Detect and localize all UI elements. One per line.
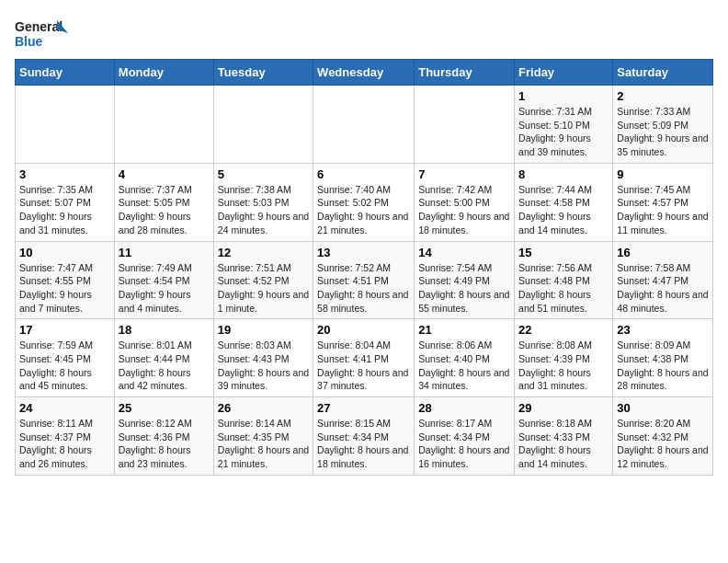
calendar-cell: 3Sunrise: 7:35 AM Sunset: 5:07 PM Daylig… bbox=[16, 163, 115, 241]
day-of-week-header: Monday bbox=[114, 60, 213, 86]
day-info: Sunrise: 8:15 AM Sunset: 4:34 PM Dayligh… bbox=[317, 417, 410, 471]
calendar-cell: 2Sunrise: 7:33 AM Sunset: 5:09 PM Daylig… bbox=[613, 86, 713, 164]
day-number: 29 bbox=[518, 401, 609, 415]
day-info: Sunrise: 8:11 AM Sunset: 4:37 PM Dayligh… bbox=[19, 417, 110, 471]
day-info: Sunrise: 8:01 AM Sunset: 4:44 PM Dayligh… bbox=[119, 339, 210, 393]
calendar-cell: 18Sunrise: 8:01 AM Sunset: 4:44 PM Dayli… bbox=[114, 319, 213, 397]
calendar: SundayMondayTuesdayWednesdayThursdayFrid… bbox=[15, 59, 713, 476]
day-number: 4 bbox=[119, 167, 210, 181]
day-number: 16 bbox=[617, 246, 709, 259]
day-info: Sunrise: 7:54 AM Sunset: 4:49 PM Dayligh… bbox=[418, 261, 510, 316]
day-number: 6 bbox=[317, 167, 410, 181]
calendar-cell: 28Sunrise: 8:17 AM Sunset: 4:34 PM Dayli… bbox=[415, 397, 515, 476]
calendar-cell bbox=[213, 86, 313, 164]
calendar-cell: 24Sunrise: 8:11 AM Sunset: 4:37 PM Dayli… bbox=[16, 397, 115, 476]
calendar-cell: 27Sunrise: 8:15 AM Sunset: 4:34 PM Dayli… bbox=[313, 397, 415, 476]
day-number: 23 bbox=[617, 323, 709, 337]
calendar-cell: 29Sunrise: 8:18 AM Sunset: 4:33 PM Dayli… bbox=[515, 397, 613, 476]
day-info: Sunrise: 7:49 AM Sunset: 4:54 PM Dayligh… bbox=[119, 261, 210, 316]
calendar-cell bbox=[16, 86, 115, 164]
calendar-cell: 30Sunrise: 8:20 AM Sunset: 4:32 PM Dayli… bbox=[613, 397, 713, 476]
calendar-cell bbox=[313, 86, 415, 164]
day-of-week-header: Tuesday bbox=[213, 60, 313, 86]
calendar-cell: 10Sunrise: 7:47 AM Sunset: 4:55 PM Dayli… bbox=[16, 241, 115, 319]
day-info: Sunrise: 8:17 AM Sunset: 4:34 PM Dayligh… bbox=[418, 417, 510, 471]
calendar-cell: 14Sunrise: 7:54 AM Sunset: 4:49 PM Dayli… bbox=[415, 241, 515, 319]
day-info: Sunrise: 8:09 AM Sunset: 4:38 PM Dayligh… bbox=[617, 339, 709, 393]
day-info: Sunrise: 8:20 AM Sunset: 4:32 PM Dayligh… bbox=[617, 417, 709, 471]
day-number: 13 bbox=[317, 246, 410, 259]
calendar-cell bbox=[415, 86, 515, 164]
day-info: Sunrise: 7:44 AM Sunset: 4:58 PM Dayligh… bbox=[518, 183, 609, 237]
day-info: Sunrise: 8:08 AM Sunset: 4:39 PM Dayligh… bbox=[518, 339, 609, 393]
day-info: Sunrise: 8:12 AM Sunset: 4:36 PM Dayligh… bbox=[119, 417, 210, 471]
day-number: 10 bbox=[19, 246, 110, 259]
calendar-week-row: 17Sunrise: 7:59 AM Sunset: 4:45 PM Dayli… bbox=[16, 319, 713, 397]
day-info: Sunrise: 8:14 AM Sunset: 4:35 PM Dayligh… bbox=[218, 417, 309, 471]
calendar-cell bbox=[114, 86, 213, 164]
day-info: Sunrise: 8:18 AM Sunset: 4:33 PM Dayligh… bbox=[518, 417, 609, 471]
day-number: 24 bbox=[19, 401, 110, 415]
day-number: 9 bbox=[617, 167, 709, 181]
calendar-header-row: SundayMondayTuesdayWednesdayThursdayFrid… bbox=[16, 60, 713, 86]
day-info: Sunrise: 7:51 AM Sunset: 4:52 PM Dayligh… bbox=[218, 261, 309, 316]
calendar-cell: 19Sunrise: 8:03 AM Sunset: 4:43 PM Dayli… bbox=[213, 319, 313, 397]
day-number: 21 bbox=[418, 323, 510, 337]
calendar-cell: 11Sunrise: 7:49 AM Sunset: 4:54 PM Dayli… bbox=[114, 241, 213, 319]
day-number: 1 bbox=[518, 89, 609, 103]
day-number: 7 bbox=[418, 167, 510, 181]
day-of-week-header: Sunday bbox=[16, 60, 115, 86]
day-number: 14 bbox=[418, 246, 510, 259]
day-number: 18 bbox=[119, 323, 210, 337]
day-info: Sunrise: 8:06 AM Sunset: 4:40 PM Dayligh… bbox=[418, 339, 510, 393]
day-info: Sunrise: 7:37 AM Sunset: 5:05 PM Dayligh… bbox=[119, 183, 210, 237]
day-number: 27 bbox=[317, 401, 410, 415]
calendar-cell: 20Sunrise: 8:04 AM Sunset: 4:41 PM Dayli… bbox=[313, 319, 415, 397]
calendar-cell: 17Sunrise: 7:59 AM Sunset: 4:45 PM Dayli… bbox=[16, 319, 115, 397]
day-number: 8 bbox=[518, 167, 609, 181]
calendar-cell: 5Sunrise: 7:38 AM Sunset: 5:03 PM Daylig… bbox=[213, 163, 313, 241]
day-number: 25 bbox=[119, 401, 210, 415]
day-info: Sunrise: 7:56 AM Sunset: 4:48 PM Dayligh… bbox=[518, 261, 609, 316]
day-info: Sunrise: 7:59 AM Sunset: 4:45 PM Dayligh… bbox=[19, 339, 110, 393]
day-number: 19 bbox=[218, 323, 309, 337]
logo-svg: GeneralBlue bbox=[15, 15, 70, 52]
day-number: 12 bbox=[218, 246, 309, 259]
calendar-cell: 16Sunrise: 7:58 AM Sunset: 4:47 PM Dayli… bbox=[613, 241, 713, 319]
day-info: Sunrise: 7:42 AM Sunset: 5:00 PM Dayligh… bbox=[418, 183, 510, 237]
day-number: 26 bbox=[218, 401, 309, 415]
calendar-cell: 15Sunrise: 7:56 AM Sunset: 4:48 PM Dayli… bbox=[515, 241, 613, 319]
calendar-cell: 23Sunrise: 8:09 AM Sunset: 4:38 PM Dayli… bbox=[613, 319, 713, 397]
day-info: Sunrise: 7:33 AM Sunset: 5:09 PM Dayligh… bbox=[617, 105, 709, 159]
calendar-cell: 6Sunrise: 7:40 AM Sunset: 5:02 PM Daylig… bbox=[313, 163, 415, 241]
day-info: Sunrise: 7:35 AM Sunset: 5:07 PM Dayligh… bbox=[19, 183, 110, 237]
day-info: Sunrise: 7:38 AM Sunset: 5:03 PM Dayligh… bbox=[218, 183, 309, 237]
day-info: Sunrise: 7:47 AM Sunset: 4:55 PM Dayligh… bbox=[19, 261, 110, 316]
calendar-cell: 13Sunrise: 7:52 AM Sunset: 4:51 PM Dayli… bbox=[313, 241, 415, 319]
day-info: Sunrise: 7:40 AM Sunset: 5:02 PM Dayligh… bbox=[317, 183, 410, 237]
day-info: Sunrise: 7:58 AM Sunset: 4:47 PM Dayligh… bbox=[617, 261, 709, 316]
calendar-week-row: 10Sunrise: 7:47 AM Sunset: 4:55 PM Dayli… bbox=[16, 241, 713, 319]
day-number: 2 bbox=[617, 89, 709, 103]
calendar-cell: 1Sunrise: 7:31 AM Sunset: 5:10 PM Daylig… bbox=[515, 86, 613, 164]
day-number: 22 bbox=[518, 323, 609, 337]
header: GeneralBlue bbox=[15, 15, 713, 52]
calendar-cell: 9Sunrise: 7:45 AM Sunset: 4:57 PM Daylig… bbox=[613, 163, 713, 241]
day-of-week-header: Saturday bbox=[613, 60, 713, 86]
day-info: Sunrise: 7:31 AM Sunset: 5:10 PM Dayligh… bbox=[518, 105, 609, 159]
svg-text:Blue: Blue bbox=[15, 34, 43, 49]
day-number: 17 bbox=[19, 323, 110, 337]
day-number: 15 bbox=[518, 246, 609, 259]
day-info: Sunrise: 7:52 AM Sunset: 4:51 PM Dayligh… bbox=[317, 261, 410, 316]
day-number: 20 bbox=[317, 323, 410, 337]
calendar-cell: 12Sunrise: 7:51 AM Sunset: 4:52 PM Dayli… bbox=[213, 241, 313, 319]
day-of-week-header: Friday bbox=[515, 60, 613, 86]
calendar-cell: 25Sunrise: 8:12 AM Sunset: 4:36 PM Dayli… bbox=[114, 397, 213, 476]
calendar-cell: 21Sunrise: 8:06 AM Sunset: 4:40 PM Dayli… bbox=[415, 319, 515, 397]
calendar-cell: 7Sunrise: 7:42 AM Sunset: 5:00 PM Daylig… bbox=[415, 163, 515, 241]
day-number: 5 bbox=[218, 167, 309, 181]
logo: GeneralBlue bbox=[15, 15, 70, 52]
day-info: Sunrise: 8:03 AM Sunset: 4:43 PM Dayligh… bbox=[218, 339, 309, 393]
svg-text:General: General bbox=[15, 19, 63, 34]
calendar-week-row: 1Sunrise: 7:31 AM Sunset: 5:10 PM Daylig… bbox=[16, 86, 713, 164]
